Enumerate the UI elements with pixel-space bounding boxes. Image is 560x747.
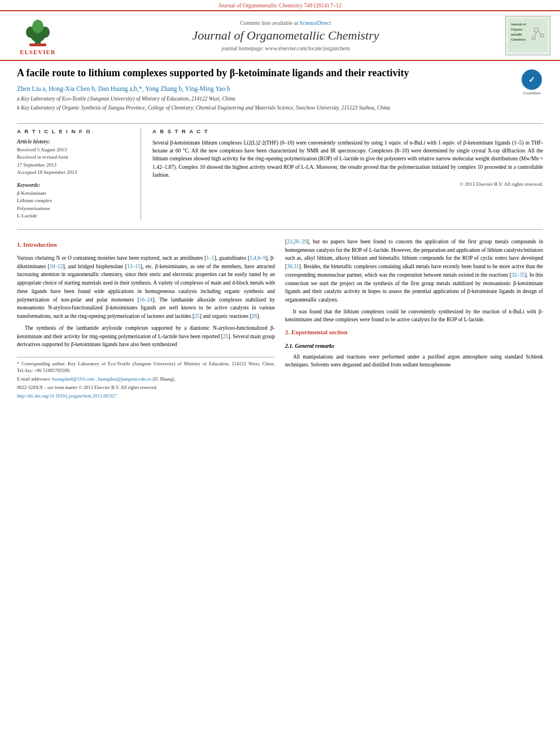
history-label: Article history:	[17, 139, 133, 145]
body-left-column: 1. Introduction Various chelating N or O…	[17, 238, 275, 401]
keyword-1: β-Ketoiminate	[17, 190, 133, 198]
title-divider	[17, 123, 543, 124]
svg-text:Chemistry: Chemistry	[511, 38, 526, 41]
ref-26[interactable]: 26	[252, 313, 257, 319]
ref-1-4-6-9[interactable]: 1,4,6–9	[250, 255, 266, 261]
section2-heading: 2. Experimental section	[285, 327, 543, 337]
ref-30-31[interactable]: 30,31	[287, 264, 299, 269]
journal-cover: Journal of Organo- metallic Chemistry	[502, 16, 553, 55]
crossmark-icon: ✓	[522, 69, 542, 90]
article-content: A facile route to lithium complexes supp…	[0, 61, 560, 412]
journal-citation-text: Journal of Organometallic Chemistry 749 …	[218, 2, 342, 8]
received-date: Received 5 August 2013	[17, 146, 133, 154]
keyword-2: Lithium complex	[17, 197, 133, 205]
right-paragraph-2: It was found that the lithium complexes …	[285, 308, 543, 324]
received-revised-date: 17 September 2013	[17, 161, 133, 169]
abstract-heading: A B S T R A C T	[152, 128, 543, 134]
footnote-issn: 0022-328X/$ – see front matter © 2013 El…	[17, 385, 275, 391]
email-link-2[interactable]: huangdan@jiangnan.edu.cn	[98, 376, 152, 382]
abstract-column: A B S T R A C T Several β-ketoiminate li…	[152, 128, 543, 220]
body-right-column: [23,26–29], but no papers have been foun…	[285, 238, 543, 401]
doi-link[interactable]: http://dx.doi.org/10.1016/j.jorganchem.2…	[17, 393, 117, 399]
keywords-label: Keywords:	[17, 182, 133, 188]
keyword-4: L-Lactide	[17, 212, 133, 220]
elsevier-logo-section: ELSEVIER	[7, 16, 69, 55]
ref-13-15[interactable]: 13–15	[127, 264, 141, 269]
intro-paragraph-2: The synthesis of the lanthanide aryloxid…	[17, 324, 275, 349]
affiliation-b: b Key Laboratory of Organic Synthesis of…	[17, 104, 512, 112]
journal-citation-bar: Journal of Organometallic Chemistry 749 …	[0, 0, 560, 11]
article-title: A facile route to lithium complexes supp…	[17, 67, 512, 80]
abstract-divider	[17, 229, 543, 230]
received-revised-label: Received in revised form	[17, 154, 133, 161]
footnote-doi: http://dx.doi.org/10.1016/j.jorganchem.2…	[17, 393, 275, 400]
article-title-section: A facile route to lithium complexes supp…	[17, 67, 543, 117]
subsection-2-1: 2.1. General remarks	[285, 342, 543, 351]
article-authors: Zhen Liu a, Hong-Xia Chen b, Dan Huang a…	[17, 85, 512, 92]
svg-text:Organo-: Organo-	[511, 28, 523, 31]
general-remarks-paragraph: All manipulations and reactions were per…	[285, 353, 543, 369]
article-info-column: A R T I C L E I N F O Article history: R…	[17, 128, 141, 220]
article-meta-row: A R T I C L E I N F O Article history: R…	[17, 128, 543, 220]
accepted-date: Accepted 18 September 2013	[17, 169, 133, 177]
svg-point-4	[32, 20, 43, 33]
svg-text:metallic: metallic	[511, 33, 523, 36]
elsevier-brand-text: ELSEVIER	[20, 49, 56, 55]
ref-23-26-29[interactable]: 23,26–29	[287, 239, 307, 244]
journal-homepage: journal homepage: www.elsevier.com/locat…	[75, 45, 497, 51]
ref-25[interactable]: 25	[194, 313, 200, 319]
journal-header-center: Contents lists available at ScienceDirec…	[69, 20, 502, 51]
journal-cover-image: Journal of Organo- metallic Chemistry	[505, 16, 550, 55]
crossmark-label: CrossMark	[523, 91, 540, 95]
crossmark-badge: ✓ CrossMark	[520, 69, 543, 95]
abstract-copyright: © 2013 Elsevier B.V. All rights reserved…	[152, 181, 543, 187]
footnote-corresponding: * Corresponding author. Key Laboratory o…	[17, 361, 275, 374]
email-link-1[interactable]: huangdan6@163.com	[52, 376, 95, 382]
footnote-section: * Corresponding author. Key Laboratory o…	[17, 357, 275, 399]
ref-25b[interactable]: 25	[223, 334, 229, 339]
journal-title: Journal of Organometallic Chemistry	[75, 28, 497, 43]
right-paragraph-1: [23,26–29], but no papers have been foun…	[285, 238, 543, 304]
ref-32-35[interactable]: 32–35	[511, 272, 525, 278]
article-title-text: A facile route to lithium complexes supp…	[17, 67, 512, 113]
sciencedirect-link[interactable]: ScienceDirect	[299, 20, 331, 26]
svg-text:Journal of: Journal of	[511, 23, 527, 26]
ref-16-24[interactable]: 16–24	[139, 297, 153, 303]
elsevier-logo: ELSEVIER	[18, 16, 58, 55]
section1-heading: 1. Introduction	[17, 240, 275, 250]
ref-1-5[interactable]: 1–5	[207, 255, 215, 261]
cover-svg: Journal of Organo- metallic Chemistry	[508, 19, 548, 53]
abstract-text: Several β-ketoiminate lithium complexes …	[152, 139, 543, 179]
sciencedirect-label: Contents lists available at ScienceDirec…	[75, 20, 497, 26]
affiliation-a: a Key Laboratory of Eco-Textile (Jiangna…	[17, 95, 512, 103]
ref-10-12[interactable]: 10–12	[50, 264, 63, 269]
intro-paragraph-1: Various chelating N or O containing moie…	[17, 254, 275, 321]
article-info-heading: A R T I C L E I N F O	[17, 128, 133, 134]
elsevier-tree-icon	[18, 16, 58, 47]
keyword-3: Polymerizations	[17, 205, 133, 213]
journal-header: ELSEVIER Contents lists available at Sci…	[0, 11, 560, 61]
svg-rect-5	[29, 43, 46, 46]
body-columns: 1. Introduction Various chelating N or O…	[17, 238, 543, 401]
footnote-email: E-mail addresses: huangdan6@163.com , hu…	[17, 376, 275, 383]
